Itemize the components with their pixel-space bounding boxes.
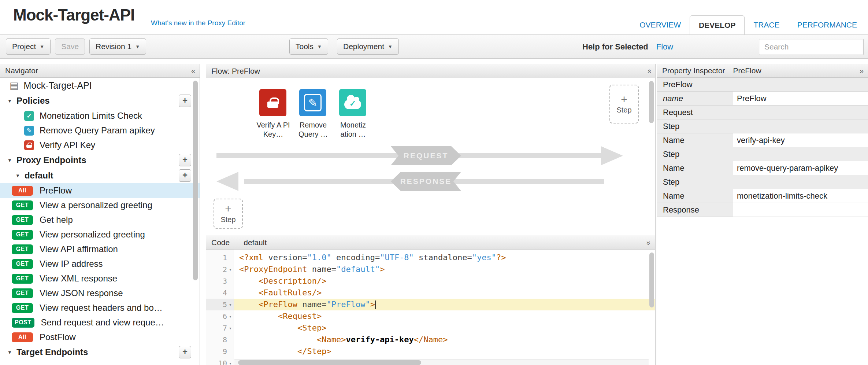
fold-toggle-icon[interactable]: ▾	[227, 314, 234, 319]
code-line[interactable]: <PreFlow name="PreFlow">	[234, 299, 655, 310]
nav-policy-verify-api-key[interactable]: Verify API Key	[0, 138, 200, 152]
nav-endpoint-preflow[interactable]: All PreFlow	[0, 183, 200, 198]
flow-node-remove-query[interactable]: ✎	[299, 89, 326, 116]
add-target-endpoint-button[interactable]: +	[179, 346, 191, 358]
code-text[interactable]: <?xml version="1.0" encoding="UTF-8" sta…	[234, 250, 655, 365]
policy-label: Monetization Limits Check	[40, 111, 142, 121]
step-button-label: Step	[616, 106, 631, 114]
code-line[interactable]: </Step>	[234, 346, 655, 357]
add-flow-button[interactable]: +	[179, 169, 191, 182]
add-step-button-response[interactable]: + Step	[214, 199, 243, 229]
nav-endpoint[interactable]: GET Get help	[0, 213, 200, 227]
code-line-number[interactable]: 5▾	[206, 299, 234, 310]
whats-new-link[interactable]: What's new in the Proxy Editor	[151, 19, 245, 27]
flow-canvas-scrollbar[interactable]	[649, 81, 654, 123]
code-vertical-scrollbar[interactable]	[649, 252, 654, 307]
code-horizontal-scrollbar[interactable]	[238, 360, 421, 365]
disclosure-triangle-icon[interactable]: ▼	[7, 158, 12, 163]
nav-endpoint[interactable]: GET View IP address	[0, 257, 200, 271]
nav-policy-remove-query-param[interactable]: ✎ Remove Query Param apikey	[0, 123, 200, 138]
nav-section-proxy-endpoints[interactable]: ▼ Proxy Endpoints +	[0, 152, 200, 168]
save-button[interactable]: Save	[55, 38, 85, 55]
deployment-group: Deployment ▼	[337, 38, 399, 55]
navigator-scrollbar[interactable]	[193, 81, 198, 280]
expand-panel-icon[interactable]: »	[860, 67, 864, 75]
property-value[interactable]: verify-api-key	[732, 133, 868, 147]
fold-toggle-icon[interactable]: ▾	[227, 302, 234, 307]
nav-endpoint-postflow[interactable]: All PostFlow	[0, 330, 200, 344]
add-step-button-request[interactable]: + Step	[609, 85, 639, 123]
nav-endpoint[interactable]: GET View personalized greeting	[0, 227, 200, 242]
nav-endpoint[interactable]: GET View JSON response	[0, 286, 200, 301]
flow-node-monetization[interactable]: ✓	[339, 89, 366, 116]
search-input[interactable]	[759, 39, 864, 55]
add-policy-button[interactable]: +	[179, 95, 191, 107]
inspector-section-row: PreFlow	[657, 78, 868, 92]
nav-endpoint[interactable]: GET View request headers and bo…	[0, 301, 200, 315]
method-badge: All	[12, 332, 33, 342]
code-line[interactable]: <Request>	[234, 310, 655, 322]
property-value[interactable]: remove-query-param-apikey	[732, 161, 868, 175]
nav-endpoint[interactable]: POST Send request and view reque…	[0, 315, 200, 330]
collapse-code-icon[interactable]: »	[645, 241, 653, 245]
method-badge: GET	[12, 259, 33, 269]
request-arrow-icon	[601, 146, 623, 165]
deployment-button[interactable]: Deployment ▼	[337, 38, 399, 55]
code-line[interactable]: <ProxyEndpoint name="default">	[234, 263, 655, 275]
endpoint-label: Send request and view reque…	[41, 317, 164, 328]
section-label: Step	[657, 119, 868, 133]
add-proxy-endpoint-button[interactable]: +	[179, 154, 191, 166]
nav-policy-monetization[interactable]: ✓ Monetization Limits Check	[0, 108, 200, 123]
inspector-title: Property Inspector	[662, 66, 725, 75]
document-icon: ▤	[10, 80, 19, 91]
property-value[interactable]: monetization-limits-check	[732, 189, 868, 203]
nav-section-policies[interactable]: ▼ Policies +	[0, 93, 200, 108]
disclosure-triangle-icon[interactable]: ▼	[7, 350, 12, 355]
project-button[interactable]: Project ▼	[6, 38, 51, 55]
nav-endpoint[interactable]: GET View API affirmation	[0, 242, 200, 257]
code-editor[interactable]: 12▾345▾6▾7▾8910▾ <?xml version="1.0" enc…	[206, 250, 655, 365]
app-header: Mock-Target-API What's new in the Proxy …	[0, 0, 868, 34]
fold-toggle-icon[interactable]: ▾	[227, 325, 234, 331]
tab-develop[interactable]: DEVELOP	[690, 15, 745, 34]
collapse-panel-icon[interactable]: «	[191, 67, 195, 75]
code-line[interactable]: <Description/>	[234, 275, 655, 287]
code-line-number[interactable]: 7▾	[206, 322, 234, 334]
fold-toggle-icon[interactable]: ▾	[227, 267, 234, 272]
disclosure-triangle-icon[interactable]: ▼	[15, 173, 20, 178]
revision-button[interactable]: Revision 1 ▼	[89, 38, 146, 55]
nav-item-root[interactable]: ▤ Mock-Target-API	[0, 78, 200, 93]
tab-trace[interactable]: TRACE	[745, 15, 788, 34]
disclosure-triangle-icon[interactable]: ▼	[7, 98, 12, 104]
nav-group-default[interactable]: ▼ default +	[0, 168, 200, 183]
code-line[interactable]: <Name>verify-api-key</Name>	[234, 334, 655, 346]
code-line[interactable]: <Step>	[234, 322, 655, 334]
help-flow-link[interactable]: Flow	[656, 42, 673, 52]
flow-node-verify-api-key[interactable]	[259, 89, 286, 116]
property-key: Name	[657, 189, 732, 203]
code-line[interactable]: <FaultRules/>	[234, 287, 655, 299]
tools-button[interactable]: Tools ▼	[289, 38, 328, 55]
section-label: Step	[657, 175, 868, 189]
property-value[interactable]	[732, 203, 868, 217]
code-line-number[interactable]: 10▾	[206, 357, 234, 365]
nav-endpoint[interactable]: GET View a personalized greeting	[0, 198, 200, 213]
endpoint-label: PostFlow	[40, 332, 76, 342]
code-line-number[interactable]: 2▾	[206, 263, 234, 275]
code-horizontal-scroll-track	[234, 359, 649, 365]
code-panel-title: Code	[211, 238, 230, 247]
code-line-number[interactable]: 6▾	[206, 310, 234, 322]
nav-endpoint[interactable]: GET View XML response	[0, 271, 200, 286]
chevron-down-icon: ▼	[317, 44, 322, 49]
property-value[interactable]: PreFlow	[732, 92, 868, 105]
collapse-flow-icon[interactable]: »	[645, 69, 653, 73]
nav-section-target-endpoints[interactable]: ▼ Target Endpoints +	[0, 344, 200, 360]
fold-toggle-icon[interactable]: ▾	[227, 361, 234, 365]
plus-icon: +	[621, 94, 627, 104]
inspector-section-row: Step	[657, 119, 868, 133]
tab-performance[interactable]: PERFORMANCE	[789, 15, 866, 34]
code-line[interactable]: <?xml version="1.0" encoding="UTF-8" sta…	[234, 252, 655, 263]
endpoint-label: View JSON response	[40, 288, 123, 298]
property-key: name	[657, 92, 732, 105]
tab-overview[interactable]: OVERVIEW	[631, 15, 690, 34]
